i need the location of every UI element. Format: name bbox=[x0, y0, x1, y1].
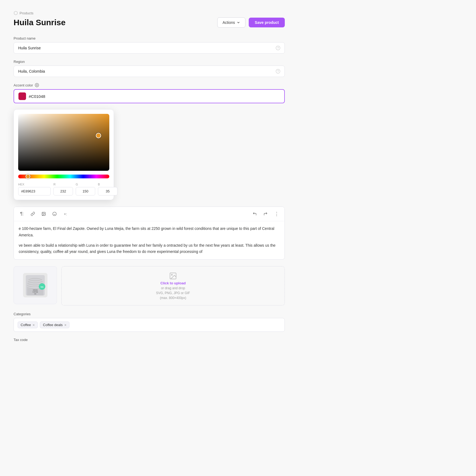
categories-label: Categories bbox=[14, 312, 285, 316]
color-gradient[interactable] bbox=[18, 114, 109, 171]
tax-code-field: Tax code bbox=[14, 338, 285, 342]
upload-primary-label: Click to upload bbox=[160, 281, 186, 285]
editor-toolbar: ¶: bbox=[14, 207, 285, 221]
color-picker-panel: HEX R G B bbox=[14, 109, 114, 200]
upload-format-label: SVG, PNG, JPG or GIF bbox=[156, 291, 190, 295]
r-input[interactable] bbox=[53, 187, 73, 195]
categories-tag-container[interactable]: Coffee × Coffee deals × bbox=[14, 318, 285, 332]
svg-text:COFFEE: COFFEE bbox=[33, 291, 38, 293]
tag-coffee: Coffee × bbox=[18, 321, 38, 328]
emoji-icon bbox=[52, 212, 57, 216]
region-label: Region bbox=[14, 60, 285, 64]
product-name-input-wrapper[interactable]: ? bbox=[14, 42, 285, 54]
g-input[interactable] bbox=[76, 187, 95, 195]
svg-point-15 bbox=[171, 274, 172, 275]
svg-point-0 bbox=[36, 85, 37, 86]
breadcrumb-label: Products bbox=[20, 11, 33, 15]
b-label: B bbox=[98, 183, 117, 186]
product-name-input[interactable] bbox=[18, 46, 276, 50]
editor-paragraph-1: e 100-hectare farm, El Final del Zapote.… bbox=[19, 226, 280, 239]
cube-icon bbox=[14, 11, 18, 15]
svg-point-2 bbox=[43, 213, 43, 214]
link-button[interactable] bbox=[28, 210, 37, 218]
actions-label: Actions bbox=[222, 20, 235, 25]
hex-input[interactable] bbox=[18, 187, 51, 195]
breadcrumb: Products bbox=[14, 11, 285, 15]
tag-coffee-remove[interactable]: × bbox=[33, 323, 35, 327]
product-name-label: Product name bbox=[14, 36, 285, 40]
paragraph-icon: ¶: bbox=[20, 211, 24, 216]
tax-code-label: Tax code bbox=[14, 338, 285, 342]
accent-color-input-wrapper[interactable] bbox=[14, 89, 285, 103]
images-section: ORIGIN COFFEE CO hm Click to upload or d… bbox=[14, 266, 285, 305]
rainbow-thumb[interactable] bbox=[25, 174, 30, 179]
accent-color-label: Accent color bbox=[14, 83, 285, 87]
region-info-icon[interactable]: ? bbox=[276, 69, 280, 73]
color-values: HEX R G B bbox=[18, 183, 109, 195]
undo-icon bbox=[253, 212, 257, 216]
upload-secondary-label: or drag and drop bbox=[161, 286, 185, 290]
insert-icon: +: bbox=[64, 212, 67, 216]
upload-size-label: (max. 800×400px) bbox=[160, 296, 186, 300]
accent-color-field: Accent color bbox=[14, 83, 285, 103]
tag-coffee-deals: Coffee deals × bbox=[40, 321, 69, 328]
product-name-info-icon[interactable]: ? bbox=[276, 46, 280, 50]
image-button[interactable] bbox=[39, 210, 48, 218]
image-icon bbox=[41, 212, 46, 216]
rich-text-editor: ¶: bbox=[14, 207, 285, 260]
page-header: Huila Sunrise Actions Save product bbox=[14, 17, 285, 28]
region-input-wrapper[interactable]: ? bbox=[14, 66, 285, 77]
editor-paragraph-2: ve been able to build a relationship wit… bbox=[19, 242, 280, 255]
svg-text:ORIGIN: ORIGIN bbox=[33, 289, 38, 291]
tag-coffee-deals-label: Coffee deals bbox=[43, 323, 63, 327]
color-cursor[interactable] bbox=[96, 133, 101, 138]
b-group: B bbox=[98, 183, 117, 195]
link-icon bbox=[31, 212, 35, 216]
region-input[interactable] bbox=[18, 69, 276, 73]
accent-color-swatch bbox=[18, 92, 26, 100]
g-label: G bbox=[76, 183, 95, 186]
images-container: ORIGIN COFFEE CO hm Click to upload or d… bbox=[14, 266, 285, 305]
actions-button[interactable]: Actions bbox=[217, 17, 245, 28]
upload-image-icon bbox=[169, 272, 177, 280]
redo-icon bbox=[263, 212, 268, 216]
chevron-down-icon bbox=[237, 21, 240, 24]
settings-icon[interactable] bbox=[35, 83, 39, 87]
hex-group: HEX bbox=[18, 183, 51, 195]
upload-area[interactable]: Click to upload or drag and drop SVG, PN… bbox=[61, 266, 285, 305]
categories-section: Categories Coffee × Coffee deals × bbox=[14, 312, 285, 332]
existing-image-thumb[interactable]: ORIGIN COFFEE CO hm bbox=[14, 266, 57, 304]
accent-color-input[interactable] bbox=[29, 94, 280, 99]
redo-button[interactable] bbox=[261, 210, 270, 218]
tag-coffee-deals-remove[interactable]: × bbox=[64, 323, 66, 327]
header-actions: Actions Save product bbox=[217, 17, 285, 28]
insert-button[interactable]: +: bbox=[61, 210, 70, 218]
editor-body[interactable]: e 100-hectare farm, El Final del Zapote.… bbox=[14, 221, 285, 259]
product-name-field: Product name ? bbox=[14, 36, 285, 54]
emoji-button[interactable] bbox=[50, 210, 59, 218]
svg-text:hm: hm bbox=[41, 286, 44, 288]
b-input[interactable] bbox=[98, 187, 117, 195]
coffee-bag-image: ORIGIN COFFEE CO hm bbox=[19, 270, 52, 300]
tag-coffee-label: Coffee bbox=[21, 323, 31, 327]
paragraph-button[interactable]: ¶: bbox=[18, 210, 26, 218]
color-rainbow-bar[interactable] bbox=[18, 175, 109, 178]
svg-point-3 bbox=[53, 212, 56, 216]
r-label: R bbox=[53, 183, 73, 186]
more-icon: ⋮ bbox=[274, 211, 279, 217]
more-options-button[interactable]: ⋮ bbox=[272, 210, 281, 218]
save-product-button[interactable]: Save product bbox=[249, 18, 285, 27]
undo-button[interactable] bbox=[250, 210, 259, 218]
page-title: Huila Sunrise bbox=[14, 18, 66, 27]
g-group: G bbox=[76, 183, 95, 195]
svg-text:CO: CO bbox=[34, 293, 36, 295]
r-group: R bbox=[53, 183, 73, 195]
hex-label: HEX bbox=[18, 183, 51, 186]
region-field: Region ? bbox=[14, 60, 285, 77]
